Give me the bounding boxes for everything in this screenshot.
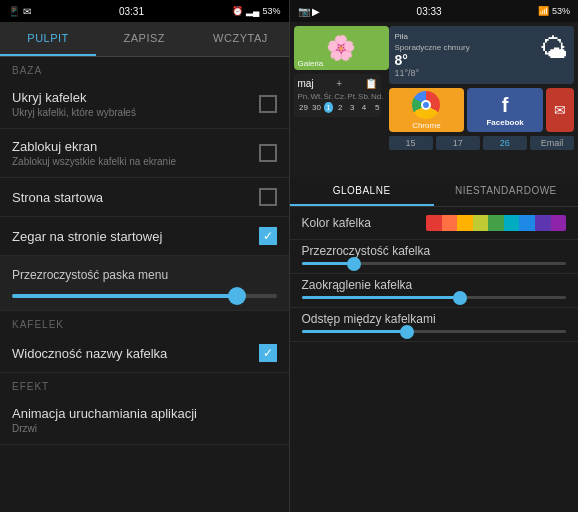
section-kafelek: KAFELEK: [0, 311, 289, 334]
alarm-icon: ⏰: [232, 6, 243, 16]
status-bar-right: 📷 ▶ 03:33 📶 53%: [290, 0, 579, 22]
num-tile-26: 26: [483, 136, 527, 150]
slider-pasek-menu-container: Przezroczystość paska menu: [0, 256, 289, 311]
cal-day-29: 29: [298, 102, 310, 113]
cal-day-1: 1: [324, 102, 334, 113]
checkbox-zegar[interactable]: ✓: [259, 227, 277, 245]
setting-widocznosc[interactable]: Widoczność nazwy kafelka ✓: [0, 334, 289, 373]
swatch-orange[interactable]: [442, 215, 458, 231]
section-efekt: EFEKT: [0, 373, 289, 396]
desc-animacja: Drzwi: [12, 423, 277, 434]
swatch-violet[interactable]: [551, 215, 567, 231]
swatch-lime[interactable]: [473, 215, 489, 231]
chrome-label: Chrome: [412, 121, 440, 130]
mail-icon: ✉: [554, 102, 566, 118]
label-odstep-kafelkami: Odstęp między kafelkami: [302, 312, 567, 326]
cal-header-wt: Wt.: [311, 92, 323, 101]
weather-widget: Piła Sporadyczne chmury 8° 11°/8° 🌤: [389, 26, 575, 84]
setting-zablokuj-ekran[interactable]: Zablokuj ekran Zablokuj wszystkie kafelk…: [0, 129, 289, 178]
label-strona-startowa: Strona startowa: [12, 190, 259, 205]
slider-pasek-label: Przezroczystość paska menu: [12, 262, 277, 290]
swatch-red[interactable]: [426, 215, 442, 231]
tab-pulpit[interactable]: PULPIT: [0, 22, 96, 56]
facebook-tile[interactable]: f Facebook: [467, 88, 543, 132]
facebook-label: Facebook: [486, 118, 523, 127]
slider-odstep-thumb[interactable]: [400, 325, 414, 339]
color-palette[interactable]: [426, 215, 566, 231]
slider-przezroczystosc-thumb[interactable]: [347, 257, 361, 271]
label-przezroczystosc-kafelka: Przezroczystość kafelka: [302, 244, 567, 258]
tab-wczytaj[interactable]: WCZYTAJ: [192, 22, 288, 56]
label-zablokuj-ekran: Zablokuj ekran: [12, 139, 259, 154]
setting-strona-startowa[interactable]: Strona startowa: [0, 178, 289, 217]
weather-temp: 8°: [395, 52, 470, 68]
galeria-tile: 🌸 Galeria: [294, 26, 389, 70]
cal-month: maj: [298, 78, 314, 89]
cal-edit-icon[interactable]: 📋: [365, 78, 377, 89]
setting-animacja[interactable]: Animacja uruchamiania aplikacji Drzwi: [0, 396, 289, 445]
tab-globalne[interactable]: GLOBALNE: [290, 177, 434, 206]
status-time-right: 03:33: [417, 6, 442, 17]
slider-zaokraglenie-track[interactable]: [302, 296, 567, 299]
checkbox-widocznosc[interactable]: ✓: [259, 344, 277, 362]
number-tiles: 15 17 26 Email: [389, 136, 575, 150]
label-kolor-kafelka: Kolor kafelka: [302, 216, 371, 230]
checkbox-zablokuj-ekran[interactable]: [259, 144, 277, 162]
label-zegar: Zegar na stronie startowej: [12, 229, 259, 244]
status-bar-left: 📱 ✉ 03:31 ⏰ ▂▄ 53%: [0, 0, 289, 22]
preview-left-col: 🌸 Galeria maj + 📋 Pn. Wt. Śr. Cz. Pt. Sb…: [290, 22, 385, 177]
cal-header: maj + 📋: [298, 78, 377, 89]
slider-pasek-track[interactable]: [12, 294, 277, 298]
setting-ukryj-kafelek[interactable]: Ukryj kafelek Ukryj kafelki, które wybra…: [0, 80, 289, 129]
cal-day-30: 30: [311, 102, 323, 113]
status-icons-left: 📱 ✉: [8, 6, 31, 17]
slider-zaokraglenie-thumb[interactable]: [453, 291, 467, 305]
chrome-inner: [421, 100, 431, 110]
tab-niestandardowe[interactable]: NIESTANDARDOWE: [434, 177, 578, 206]
calendar-widget: maj + 📋 Pn. Wt. Śr. Cz. Pt. Sb. Nd. 29 3…: [294, 74, 381, 117]
slider-pasek-thumb[interactable]: [228, 287, 246, 305]
tab-zapisz[interactable]: ZAPISZ: [96, 22, 192, 56]
slider-zaokraglenie-container: Zaokrąglenie kafelka: [290, 274, 579, 308]
cal-grid: Pn. Wt. Śr. Cz. Pt. Sb. Nd. 29 30 1 2 3 …: [298, 92, 377, 113]
slider-zaokraglenie-fill: [302, 296, 461, 299]
section-baza: BAZA: [0, 57, 289, 80]
num-tile-17: 17: [436, 136, 480, 150]
status-time-left: 03:31: [119, 6, 144, 17]
num-tile-email: Email: [530, 136, 574, 150]
cal-day-3: 3: [347, 102, 357, 113]
desc-ukryj-kafelek: Ukryj kafelki, które wybrałeś: [12, 107, 259, 118]
signal-icon: ▂▄: [246, 6, 259, 16]
chrome-tile[interactable]: Chrome: [389, 88, 465, 132]
weather-desc: Sporadyczne chmury: [395, 43, 470, 52]
right-panel: 📷 ▶ 03:33 📶 53% 🌸 Galeria maj + 📋: [290, 0, 579, 512]
mail-tile[interactable]: ✉: [546, 88, 574, 132]
checkbox-strona-startowa[interactable]: [259, 188, 277, 206]
label-widocznosc: Widoczność nazwy kafelka: [12, 346, 259, 361]
cal-header-pt: Pt.: [347, 92, 357, 101]
status-icons-right: 📷 ▶: [298, 6, 321, 17]
cal-header-sr: Śr.: [324, 92, 334, 101]
swatch-blue[interactable]: [519, 215, 535, 231]
setting-zegar[interactable]: Zegar na stronie startowej ✓: [0, 217, 289, 256]
slider-odstep-track[interactable]: [302, 330, 567, 333]
battery-right: 53%: [552, 6, 570, 16]
chrome-circle-icon: [412, 91, 440, 119]
tab-bar-left: PULPIT ZAPISZ WCZYTAJ: [0, 22, 289, 57]
weather-cloud-icon: 🌤: [540, 32, 568, 65]
swatch-green[interactable]: [488, 215, 504, 231]
cal-add-icon[interactable]: +: [336, 78, 342, 89]
wifi-icon: 📶: [538, 6, 549, 16]
weather-range: 11°/8°: [395, 68, 470, 78]
slider-odstep-container: Odstęp między kafelkami: [290, 308, 579, 342]
swatch-purple[interactable]: [535, 215, 551, 231]
galeria-icon: 🌸: [326, 34, 356, 62]
swatch-amber[interactable]: [457, 215, 473, 231]
cal-day-2: 2: [334, 102, 346, 113]
slider-przezroczystosc-track[interactable]: [302, 262, 567, 265]
num-tile-15: 15: [389, 136, 433, 150]
swatch-cyan[interactable]: [504, 215, 520, 231]
cal-day-4: 4: [358, 102, 370, 113]
cal-header-czw: Cz.: [334, 92, 346, 101]
checkbox-ukryj-kafelek[interactable]: [259, 95, 277, 113]
